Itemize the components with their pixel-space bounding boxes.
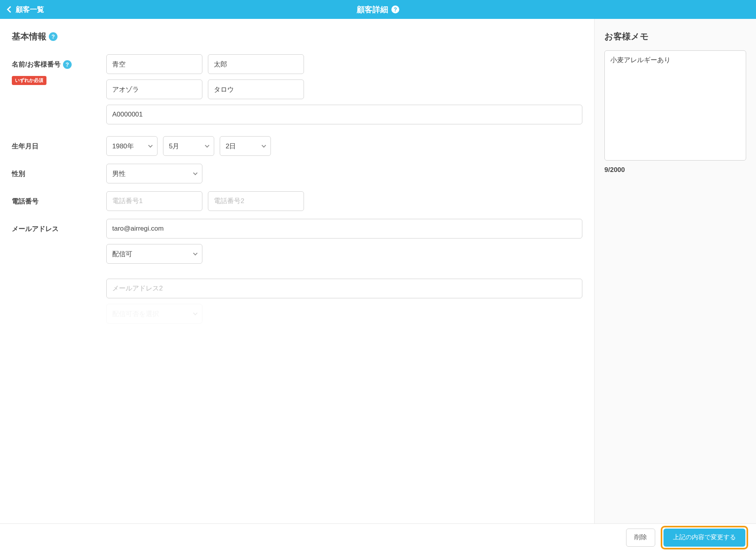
page-title: 顧客詳細 ? [357, 4, 399, 15]
delivery1-select[interactable]: 配信可 [106, 244, 202, 264]
back-label: 顧客一覧 [16, 5, 44, 14]
day-select[interactable]: 2日 [220, 136, 271, 156]
customer-number-input[interactable] [106, 105, 582, 124]
memo-panel: お客様メモ 9/2000 [595, 19, 756, 523]
phone2-input[interactable] [208, 191, 304, 211]
gender-label: 性別 [12, 169, 106, 178]
name-label: 名前/お客様番号 ? [12, 60, 106, 69]
year-select[interactable]: 1980年 [106, 136, 158, 156]
chevron-down-icon [193, 311, 197, 315]
month-select[interactable]: 5月 [163, 136, 214, 156]
help-icon[interactable]: ? [63, 60, 72, 69]
surname-kana-input[interactable] [106, 80, 202, 99]
gender-select[interactable]: 男性 [106, 164, 202, 183]
back-button[interactable]: 顧客一覧 [8, 5, 44, 14]
basic-info-title: 基本情報 ? [12, 31, 582, 43]
chevron-left-icon [7, 6, 14, 13]
phone-label: 電話番号 [12, 197, 106, 206]
surname-input[interactable] [106, 54, 202, 74]
given-name-input[interactable] [208, 54, 304, 74]
form-panel: 基本情報 ? 名前/お客様番号 ? いずれか必須 [0, 19, 595, 523]
email1-input[interactable] [106, 219, 582, 239]
given-name-kana-input[interactable] [208, 80, 304, 99]
phone1-input[interactable] [106, 191, 202, 211]
birthday-label: 生年月日 [12, 142, 106, 151]
email-label: メールアドレス [12, 224, 106, 233]
memo-textarea[interactable] [604, 50, 746, 161]
email2-input[interactable] [106, 279, 582, 298]
app-header: 顧客一覧 顧客詳細 ? [0, 0, 756, 19]
memo-title: お客様メモ [604, 31, 746, 43]
delivery2-select[interactable]: 配信可否を選択 [106, 304, 202, 324]
required-badge: いずれか必須 [12, 76, 46, 85]
memo-counter: 9/2000 [604, 166, 746, 174]
help-icon[interactable]: ? [49, 32, 57, 41]
help-icon[interactable]: ? [391, 6, 399, 13]
